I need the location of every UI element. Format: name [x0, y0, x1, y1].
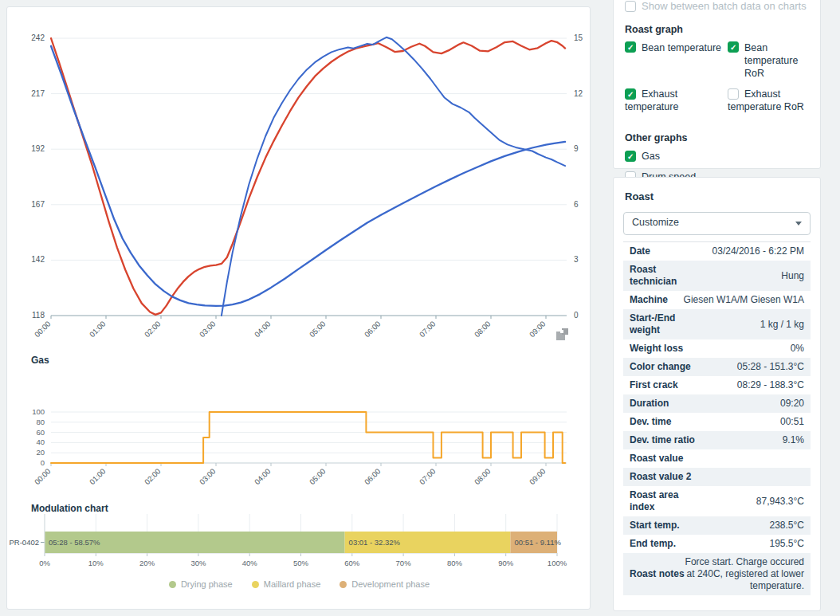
option-bean-temperature-ror[interactable]: Bean temperature RoR: [728, 41, 815, 80]
table-row: Roast value: [623, 449, 811, 468]
row-value: 87,943.3°C: [695, 496, 804, 508]
svg-text:118: 118: [32, 311, 45, 320]
row-label: Roast notes: [630, 568, 685, 580]
table-row: Dev. time ratio9.1%: [623, 431, 811, 449]
maillard-phase-dot: [252, 581, 259, 588]
svg-text:05:00: 05:00: [308, 320, 328, 339]
svg-text:09:00: 09:00: [528, 320, 548, 339]
svg-text:06:00: 06:00: [363, 320, 383, 339]
roast-dashboard: 2421521712192916761423118000:0001:0002:0…: [0, 0, 840, 616]
gas-checkbox[interactable]: [625, 151, 636, 162]
row-label: Duration: [630, 398, 669, 410]
table-row: Date03/24/2016 - 6:22 PM: [623, 242, 811, 261]
svg-text:03:00: 03:00: [198, 467, 218, 487]
row-value: 0%: [683, 343, 804, 355]
roast-details-table: Date03/24/2016 - 6:22 PMRoast technician…: [623, 241, 811, 595]
svg-text:217: 217: [31, 89, 45, 98]
svg-text:04:00: 04:00: [253, 467, 273, 487]
table-row: MachineGiesen W1A/M Giesen W1A: [623, 291, 811, 309]
row-label: Roast area index: [630, 489, 695, 513]
svg-text:08:00: 08:00: [473, 320, 493, 339]
row-value: 00:51: [671, 416, 804, 428]
svg-text:9: 9: [574, 144, 579, 153]
row-value: 03/24/2016 - 6:22 PM: [650, 245, 804, 257]
legend-item: Maillard phase: [252, 579, 321, 589]
row-label: End temp.: [630, 538, 676, 550]
row-value: 1 kg / 1 kg: [695, 319, 804, 331]
svg-text:242: 242: [31, 33, 45, 42]
show-between-batch-option: Show between batch data on charts: [625, 0, 809, 13]
other-graphs-heading: Other graphs: [625, 132, 809, 143]
svg-text:100: 100: [32, 407, 45, 416]
svg-text:0: 0: [41, 458, 45, 467]
table-row: End temp.195.5°C: [623, 535, 811, 553]
roast-graph-heading: Roast graph: [625, 24, 809, 35]
exhaust-temperature-ror-checkbox[interactable]: [728, 88, 739, 100]
option-gas[interactable]: Gas: [625, 150, 809, 163]
row-value: Force start. Charge occured at 240C, reg…: [685, 556, 804, 592]
svg-text:90%: 90%: [498, 559, 514, 567]
svg-text:20%: 20%: [139, 559, 155, 567]
svg-text:09:00: 09:00: [528, 467, 548, 487]
table-row: Color change05:28 - 151.3°C: [623, 358, 811, 376]
row-label: Roast value 2: [630, 471, 691, 483]
row-label: Color change: [630, 361, 691, 373]
row-value: 08:29 - 188.3°C: [678, 379, 804, 391]
option-label: Bean temperature: [642, 41, 724, 80]
svg-text:0%: 0%: [39, 559, 50, 567]
row-label: Machine: [630, 294, 668, 306]
option-label: Bean temperature RoR: [744, 41, 815, 80]
legend-item: Drying phase: [169, 579, 233, 589]
svg-text:01:00: 01:00: [88, 467, 108, 487]
roast-details-card: Roast Customize Date03/24/2016 - 6:22 PM…: [613, 177, 821, 611]
customize-dropdown[interactable]: Customize: [623, 212, 811, 235]
bean-temperature-checkbox[interactable]: [625, 41, 636, 53]
row-value: Hung: [695, 270, 804, 282]
option-exhaust-temperature[interactable]: Exhaust temperature: [625, 88, 724, 113]
drying-phase-dot: [169, 581, 176, 588]
svg-text:0: 0: [574, 311, 579, 320]
svg-text:50%: 50%: [293, 559, 309, 567]
legend-item: Development phase: [340, 579, 430, 589]
row-value: 195.5°C: [676, 538, 804, 550]
temperature-chart: 2421521712192916761423118000:0001:0002:0…: [7, 7, 591, 350]
exhaust-temperature-checkbox[interactable]: [625, 88, 636, 100]
svg-text:142: 142: [31, 255, 45, 264]
svg-text:07:00: 07:00: [418, 467, 438, 487]
svg-text:00:51 - 9.11%: 00:51 - 9.11%: [514, 538, 561, 547]
svg-text:03:00: 03:00: [198, 320, 218, 339]
svg-text:80: 80: [36, 418, 45, 426]
gas-chart: 02040608010000:0001:0002:0003:0004:0005:…: [7, 398, 591, 489]
chevron-down-icon: [795, 222, 802, 226]
option-exhaust-temperature-ror[interactable]: Exhaust temperature RoR: [728, 88, 815, 113]
legend-label: Drying phase: [181, 579, 233, 589]
table-row: Roast notesForce start. Charge occured a…: [623, 553, 811, 595]
table-row: Roast area index87,943.3°C: [623, 486, 811, 516]
svg-text:10%: 10%: [88, 559, 104, 567]
table-row: Roast value 2: [623, 468, 811, 486]
row-label: Date: [630, 245, 650, 257]
option-bean-temperature[interactable]: Bean temperature: [625, 41, 724, 80]
svg-text:40: 40: [36, 437, 45, 446]
table-row: Roast technicianHung: [623, 261, 811, 291]
svg-text:00:00: 00:00: [33, 320, 53, 339]
development-phase-dot: [340, 581, 347, 588]
table-row: Duration09:20: [623, 394, 811, 413]
svg-text:3: 3: [574, 255, 579, 264]
legend-label: Maillard phase: [264, 579, 321, 589]
svg-text:02:00: 02:00: [143, 467, 163, 487]
svg-text:12: 12: [574, 89, 583, 98]
row-value: Giesen W1A/M Giesen W1A: [668, 294, 804, 306]
svg-text:40%: 40%: [242, 559, 258, 567]
option-label: Exhaust temperature RoR: [728, 88, 804, 112]
row-label: First crack: [630, 379, 678, 391]
svg-text:20: 20: [36, 448, 45, 457]
row-label: Dev. time ratio: [630, 434, 695, 446]
customize-dropdown-value: Customize: [632, 217, 679, 228]
bean-temperature-ror-checkbox[interactable]: [728, 41, 739, 53]
svg-text:60: 60: [36, 428, 45, 437]
gas-chart-title: Gas: [31, 355, 49, 366]
svg-text:PR-0402: PR-0402: [10, 538, 40, 547]
svg-text:07:00: 07:00: [418, 320, 438, 339]
table-row: Start-/End weight1 kg / 1 kg: [623, 309, 811, 339]
